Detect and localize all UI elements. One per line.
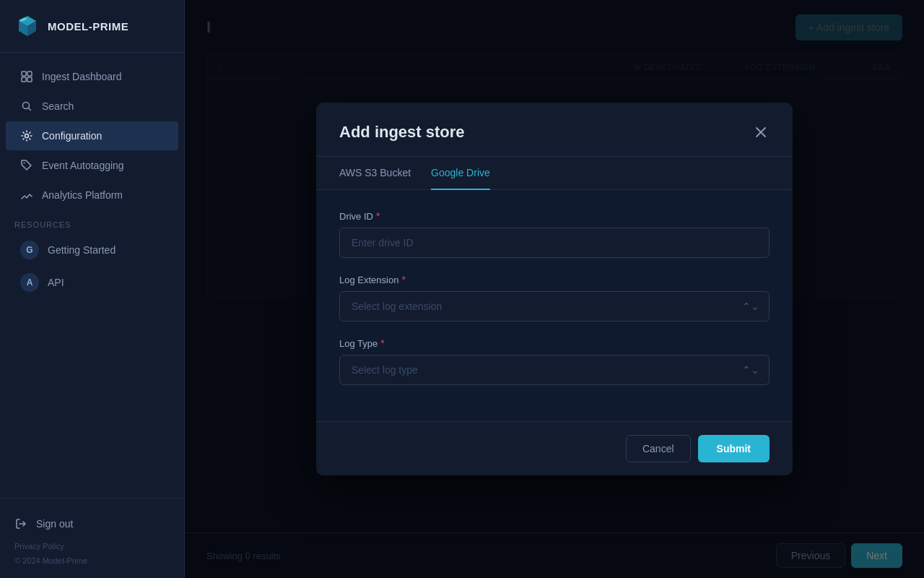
sidebar-item-label: Search — [42, 100, 74, 112]
sign-out-label: Sign out — [36, 518, 73, 530]
main-content: I + Add ingest store I w deactivated LOG… — [185, 0, 924, 578]
sidebar-item-label: Analytics Platform — [42, 189, 123, 201]
svg-rect-0 — [22, 72, 26, 76]
resource-label: Getting Started — [48, 244, 116, 256]
log-extension-required: * — [401, 274, 405, 285]
sidebar-item-configuration[interactable]: Configuration — [6, 121, 178, 150]
tab-google-drive[interactable]: Google Drive — [431, 157, 490, 190]
cancel-button[interactable]: Cancel — [626, 435, 691, 462]
log-type-select-wrapper: Select log type ⌃⌄ — [339, 355, 770, 385]
log-type-select[interactable]: Select log type — [339, 355, 770, 385]
svg-rect-3 — [27, 77, 32, 82]
log-extension-label: Log Extension * — [339, 274, 770, 285]
sidebar-item-label: Ingest Dashboard — [42, 71, 122, 82]
sidebar-item-label: Event Autotagging — [42, 160, 124, 171]
sidebar: MODEL-PRIME Ingest Dashboard Search Conf… — [0, 0, 185, 578]
drive-id-label: Drive ID * — [339, 210, 770, 222]
resource-label: API — [48, 277, 64, 288]
modal-tabs: AWS S3 Bucket Google Drive — [316, 157, 793, 190]
sidebar-navigation: Ingest Dashboard Search Configuration Ev… — [0, 53, 184, 498]
logo-container: MODEL-PRIME — [0, 0, 184, 53]
modal-body: Drive ID * Log Extension * Select log ex… — [316, 190, 793, 421]
modal-title: Add ingest store — [339, 123, 465, 142]
sidebar-resource-getting-started[interactable]: G Getting Started — [6, 234, 178, 266]
close-icon — [755, 126, 767, 138]
sign-out-item[interactable]: Sign out — [6, 510, 178, 538]
resource-letter: G — [20, 241, 39, 259]
sidebar-resource-api[interactable]: A API — [6, 267, 178, 298]
copyright: © 2024 Model-Prime — [6, 552, 178, 566]
svg-point-5 — [25, 134, 29, 138]
gear-icon — [20, 129, 33, 142]
svg-rect-1 — [27, 72, 32, 76]
resource-letter: A — [20, 273, 39, 292]
drive-id-input[interactable] — [339, 228, 770, 258]
tab-aws-s3[interactable]: AWS S3 Bucket — [339, 157, 411, 190]
log-type-group: Log Type * Select log type ⌃⌄ — [339, 337, 770, 385]
drive-id-group: Drive ID * — [339, 210, 770, 258]
sidebar-item-search[interactable]: Search — [6, 92, 178, 121]
svg-rect-2 — [22, 77, 26, 82]
sidebar-item-ingest-dashboard[interactable]: Ingest Dashboard — [6, 62, 178, 91]
svg-point-6 — [24, 163, 25, 164]
log-extension-group: Log Extension * Select log extension ⌃⌄ — [339, 274, 770, 322]
search-icon — [20, 100, 33, 113]
analytics-icon — [20, 189, 33, 202]
sidebar-item-event-autotagging[interactable]: Event Autotagging — [6, 151, 178, 180]
add-ingest-store-modal: Add ingest store AWS S3 Bucket Google Dr… — [316, 103, 793, 475]
modal-overlay: Add ingest store AWS S3 Bucket Google Dr… — [185, 0, 924, 578]
tag-icon — [20, 159, 33, 172]
submit-button[interactable]: Submit — [698, 435, 770, 462]
log-extension-select-wrapper: Select log extension ⌃⌄ — [339, 291, 770, 322]
sidebar-bottom: Sign out Privacy Policy © 2024 Model-Pri… — [0, 498, 184, 578]
brand-name: MODEL-PRIME — [48, 20, 128, 33]
log-type-required: * — [380, 337, 384, 349]
privacy-link[interactable]: Privacy Policy — [6, 538, 178, 552]
log-extension-select[interactable]: Select log extension — [339, 291, 770, 322]
drive-id-required: * — [376, 210, 380, 222]
dashboard-icon — [20, 70, 33, 83]
resources-section-label: Resources — [0, 210, 184, 233]
sidebar-item-analytics-platform[interactable]: Analytics Platform — [6, 181, 178, 210]
sign-out-icon — [14, 517, 27, 530]
modal-footer: Cancel Submit — [316, 421, 793, 475]
log-type-label: Log Type * — [339, 337, 770, 349]
sidebar-item-label: Configuration — [42, 130, 102, 142]
modal-close-button[interactable] — [752, 124, 770, 141]
logo-icon — [14, 13, 40, 39]
modal-header: Add ingest store — [316, 103, 793, 157]
